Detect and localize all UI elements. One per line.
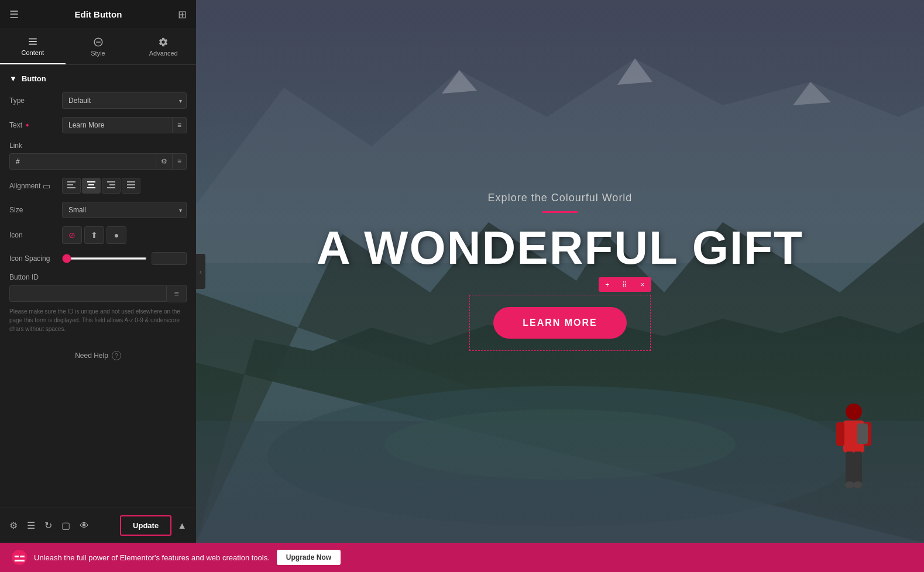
sidebar: ☰ Edit Button ⊞ Content Style Advanced bbox=[0, 0, 196, 543]
link-gear-btn[interactable]: ⚙ bbox=[156, 153, 173, 170]
icon-spacing-label: Icon Spacing bbox=[9, 254, 62, 263]
size-label: Size bbox=[9, 206, 62, 214]
dynamic-icon: ✦ bbox=[25, 122, 30, 129]
align-justify-btn[interactable] bbox=[122, 178, 140, 194]
sidebar-footer: ⚙ ☰ ↻ ▢ 👁 Update ▲ bbox=[0, 508, 196, 543]
tab-content-label: Content bbox=[22, 49, 44, 56]
svg-rect-9 bbox=[127, 181, 135, 182]
link-row: Link ⚙ ≡ bbox=[9, 142, 187, 170]
svg-rect-8 bbox=[107, 187, 115, 188]
svg-rect-2 bbox=[67, 187, 75, 188]
section-arrow: ▼ bbox=[9, 74, 17, 83]
type-control: Default Info Success Warning Danger ▾ bbox=[62, 92, 187, 109]
align-center-btn[interactable] bbox=[82, 178, 101, 194]
monitor-icon: ▭ bbox=[43, 181, 50, 191]
icon-label: Icon bbox=[9, 231, 62, 239]
text-row: Text ✦ ≡ bbox=[9, 117, 187, 133]
type-row: Type Default Info Success Warning Danger… bbox=[9, 92, 187, 109]
preview-divider bbox=[542, 211, 578, 213]
align-right-btn[interactable] bbox=[102, 178, 121, 194]
sidebar-tabs: Content Style Advanced bbox=[0, 29, 196, 65]
sidebar-title: Edit Button bbox=[75, 9, 122, 19]
main-layout: ☰ Edit Button ⊞ Content Style Advanced bbox=[0, 0, 924, 572]
preview-subtitle: Explore the Colourful World bbox=[297, 192, 823, 204]
icon-spacing-slider[interactable] bbox=[62, 257, 147, 260]
button-section-header: ▼ Button bbox=[9, 74, 187, 83]
svg-point-29 bbox=[853, 481, 863, 488]
align-left-btn[interactable] bbox=[62, 178, 81, 194]
alignment-label: Alignment ▭ bbox=[9, 181, 62, 191]
link-input[interactable] bbox=[9, 153, 156, 170]
link-list-btn[interactable]: ≡ bbox=[173, 153, 187, 170]
icon-upload-btn[interactable]: ⬆ bbox=[84, 226, 104, 244]
layers-footer-icon[interactable]: ☰ bbox=[27, 520, 35, 531]
svg-point-22 bbox=[846, 404, 862, 420]
button-id-list-btn[interactable]: ≡ bbox=[167, 285, 187, 302]
top-bar: ☰ Edit Button ⊞ Content Style Advanced bbox=[0, 0, 924, 543]
upgrade-message: Unleash the full power of Elementor's fe… bbox=[34, 553, 270, 562]
tab-content[interactable]: Content bbox=[0, 29, 66, 64]
element-add-btn[interactable]: + bbox=[599, 277, 616, 292]
button-id-help: Please make sure the ID is unique and no… bbox=[9, 307, 187, 333]
button-id-input-row: ≡ bbox=[9, 285, 187, 302]
link-input-wrap: ⚙ ≡ bbox=[9, 153, 187, 170]
text-label: Text ✦ bbox=[9, 121, 62, 129]
help-circle-icon: ? bbox=[112, 351, 121, 360]
button-wrapper: LEARN MORE bbox=[469, 295, 651, 351]
eye-footer-icon[interactable]: 👁 bbox=[80, 521, 89, 531]
person-figure bbox=[830, 400, 877, 508]
size-select[interactable]: Extra Small Small Medium Large Extra Lar… bbox=[62, 202, 187, 218]
elementor-logo: ⚍ bbox=[12, 550, 27, 565]
icon-ban-btn[interactable]: ⊘ bbox=[62, 226, 82, 244]
icon-row: Icon ⊘ ⬆ ● bbox=[9, 226, 187, 244]
upgrade-now-button[interactable]: Upgrade Now bbox=[277, 550, 341, 565]
tab-style-label: Style bbox=[91, 50, 105, 57]
upgrade-bar: ⚍ Unleash the full power of Elementor's … bbox=[12, 550, 341, 565]
icon-spacing-input[interactable] bbox=[152, 252, 187, 265]
sidebar-content: ▼ Button Type Default Info Success Warni… bbox=[0, 65, 196, 508]
size-row: Size Extra Small Small Medium Large Extr… bbox=[9, 202, 187, 218]
button-id-section: Button ID ≡ Please make sure the ID is u… bbox=[9, 273, 187, 333]
svg-rect-24 bbox=[836, 422, 844, 446]
icon-spacing-control bbox=[62, 252, 187, 265]
tab-advanced[interactable]: Advanced bbox=[130, 29, 196, 64]
svg-rect-30 bbox=[857, 423, 868, 444]
preview-content: Explore the Colourful World A WONDERFUL … bbox=[297, 192, 823, 351]
element-move-btn[interactable]: ⠿ bbox=[616, 277, 634, 292]
tab-style[interactable]: Style bbox=[66, 29, 131, 64]
svg-rect-0 bbox=[67, 181, 75, 182]
learn-more-button[interactable]: LEARN MORE bbox=[493, 307, 627, 339]
svg-rect-11 bbox=[127, 187, 135, 188]
button-id-input[interactable] bbox=[9, 285, 167, 302]
text-input[interactable] bbox=[62, 117, 173, 133]
element-close-btn[interactable]: × bbox=[634, 277, 651, 292]
bottom-bar: ⚍ Unleash the full power of Elementor's … bbox=[0, 543, 924, 572]
type-label: Type bbox=[9, 97, 62, 105]
settings-footer-icon[interactable]: ⚙ bbox=[9, 520, 18, 531]
sidebar-header: ☰ Edit Button ⊞ bbox=[0, 0, 196, 29]
svg-rect-3 bbox=[87, 181, 95, 182]
chevron-up-icon[interactable]: ▲ bbox=[177, 521, 187, 531]
svg-point-28 bbox=[845, 481, 854, 488]
tab-advanced-label: Advanced bbox=[149, 50, 178, 57]
element-controls: + ⠿ × bbox=[599, 277, 651, 292]
icon-circle-btn[interactable]: ● bbox=[107, 226, 126, 244]
preview-title: A WONDERFUL GIFT bbox=[297, 225, 823, 271]
grid-icon[interactable]: ⊞ bbox=[178, 8, 187, 21]
svg-rect-7 bbox=[109, 184, 115, 185]
history-footer-icon[interactable]: ↻ bbox=[44, 520, 52, 531]
button-section-title: Button bbox=[22, 74, 46, 83]
alignment-control bbox=[62, 178, 187, 194]
icon-control: ⊘ ⬆ ● bbox=[62, 226, 187, 244]
svg-rect-5 bbox=[87, 187, 95, 188]
hamburger-icon[interactable]: ☰ bbox=[9, 8, 19, 21]
update-button[interactable]: Update bbox=[120, 515, 171, 536]
text-list-btn[interactable]: ≡ bbox=[173, 117, 187, 133]
responsive-footer-icon[interactable]: ▢ bbox=[61, 520, 70, 531]
need-help-label: Need Help bbox=[75, 352, 108, 360]
link-label: Link bbox=[9, 142, 187, 150]
button-id-label: Button ID bbox=[9, 273, 187, 281]
collapse-sidebar-btn[interactable]: ‹ bbox=[196, 254, 205, 289]
type-select[interactable]: Default Info Success Warning Danger bbox=[62, 92, 187, 109]
need-help[interactable]: Need Help ? bbox=[9, 345, 187, 366]
